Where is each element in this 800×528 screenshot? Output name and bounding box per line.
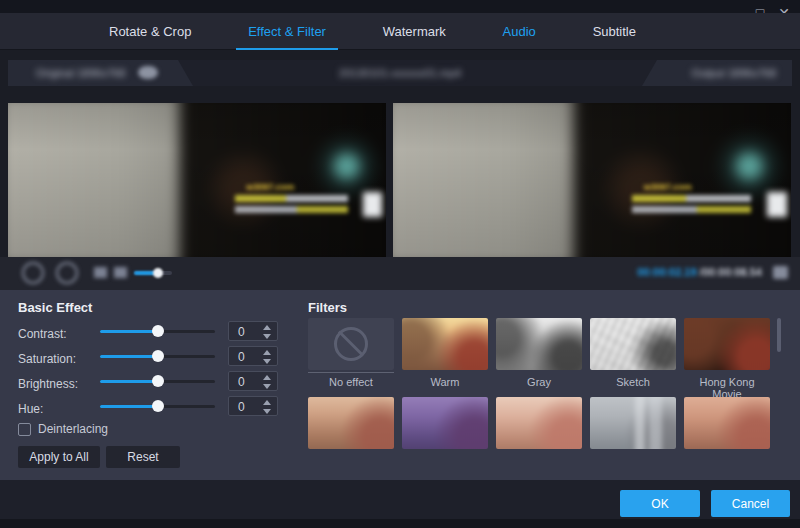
logo-blob [363,192,382,217]
filter-thumbnail[interactable] [684,397,770,449]
hue-spinbox[interactable]: 0 [228,396,278,416]
subtitle-line [632,206,751,213]
filename-text: 20130101-xxxxxx01.mp4 [339,67,461,79]
slider-knob[interactable] [152,400,164,412]
total-time: /00:00:08.54 [700,266,762,278]
tab-subtitle[interactable]: Subtitle [579,13,650,50]
filter-thumbnail[interactable] [402,397,488,449]
volume-slider[interactable] [134,271,172,275]
fullscreen-icon[interactable] [773,266,788,279]
effect-panel: Basic Effect Contrast: 0 Saturation: 0 B… [0,290,800,480]
filters-title: Filters [308,300,347,315]
output-label-tab: Output 1896x768 [642,60,792,86]
play-button[interactable] [22,262,44,284]
volume-knob[interactable] [153,268,163,278]
filters-scrollbar[interactable] [777,318,781,352]
current-time: 00:00:02.19 [637,266,696,278]
contrast-value: 0 [238,325,245,339]
filter-label: Warm [402,376,488,388]
brightness-value: 0 [238,375,245,389]
preview-header-strip: 20130101-xxxxxx01.mp4 Original 1896x768 … [8,60,792,86]
ok-button[interactable]: OK [620,490,700,517]
original-resolution-text: Original 1896x768 [36,67,125,79]
slider-knob[interactable] [152,375,164,387]
hue-slider[interactable] [100,399,215,413]
tab-audio[interactable]: Audio [489,13,550,50]
eye-icon[interactable] [138,66,158,79]
brightness-label: Brightness: [18,377,78,391]
prev-frame-button[interactable] [94,267,107,278]
slider-knob[interactable] [152,325,164,337]
deinterlacing-row: Deinterlacing [18,422,108,436]
time-display: 00:00:02.19 /00:00:08.54 [637,266,762,278]
filter-label: Gray [496,376,582,388]
tabs: Rotate & Crop Effect & Filter Watermark … [95,13,650,50]
bottom-strip [0,519,800,528]
contrast-spinbox[interactable]: 0 [228,321,278,341]
deinterlacing-checkbox[interactable] [18,423,31,436]
original-video-preview: w3097.com [8,103,386,257]
filter-label: Sketch [590,376,676,388]
title-bar [0,0,800,13]
filter-thumbnail[interactable] [308,397,394,449]
spinner-arrows[interactable] [263,324,273,340]
basic-effect-title: Basic Effect [18,300,92,315]
saturation-slider[interactable] [100,349,215,363]
filter-gray[interactable] [496,318,582,370]
app-window: □ ✕ Rotate & Crop Effect & Filter Waterm… [0,0,800,528]
video-watermark-text: w3097.com [246,182,294,192]
filter-hong-kong-movie[interactable] [684,318,770,370]
original-label-tab: Original 1896x768 [8,60,193,86]
subtitle-line [235,195,348,202]
tab-rotate-crop[interactable]: Rotate & Crop [95,13,205,50]
spinner-arrows[interactable] [263,349,273,365]
stop-button[interactable] [56,262,78,284]
filter-no-effect[interactable] [308,318,394,370]
spinner-arrows[interactable] [263,399,273,415]
spinner-arrows[interactable] [263,374,273,390]
filter-thumbnail[interactable] [496,397,582,449]
subtitle-line [632,195,751,202]
tab-bar: Rotate & Crop Effect & Filter Watermark … [0,13,800,50]
hue-label: Hue: [18,402,43,416]
output-video-preview: w3097.com [393,103,791,257]
apply-to-all-button[interactable]: Apply to All [18,446,100,468]
next-frame-button[interactable] [114,267,127,278]
saturation-value: 0 [238,350,245,364]
hue-value: 0 [238,400,245,414]
video-watermark-text: w3097.com [644,182,692,192]
reset-button[interactable]: Reset [106,446,180,468]
brightness-spinbox[interactable]: 0 [228,371,278,391]
deinterlacing-label: Deinterlacing [38,422,108,436]
saturation-label: Saturation: [18,352,76,366]
saturation-spinbox[interactable]: 0 [228,346,278,366]
playback-bar: 00:00:02.19 /00:00:08.54 [0,257,800,290]
selected-filter-underline [308,372,394,373]
output-resolution-text: Output 1896x768 [692,67,776,79]
slider-knob[interactable] [152,350,164,362]
filter-sketch[interactable] [590,318,676,370]
footer-bar: OK Cancel [0,480,800,528]
tab-effect-filter[interactable]: Effect & Filter [234,13,340,50]
contrast-slider[interactable] [100,324,215,338]
logo-blob [767,192,787,217]
filter-warm[interactable] [402,318,488,370]
contrast-label: Contrast: [18,327,67,341]
subtitle-line [235,206,348,213]
cancel-button[interactable]: Cancel [711,490,790,517]
brightness-slider[interactable] [100,374,215,388]
tab-watermark[interactable]: Watermark [369,13,460,50]
filter-label: No effect [308,376,394,388]
filter-thumbnail[interactable] [590,397,676,449]
